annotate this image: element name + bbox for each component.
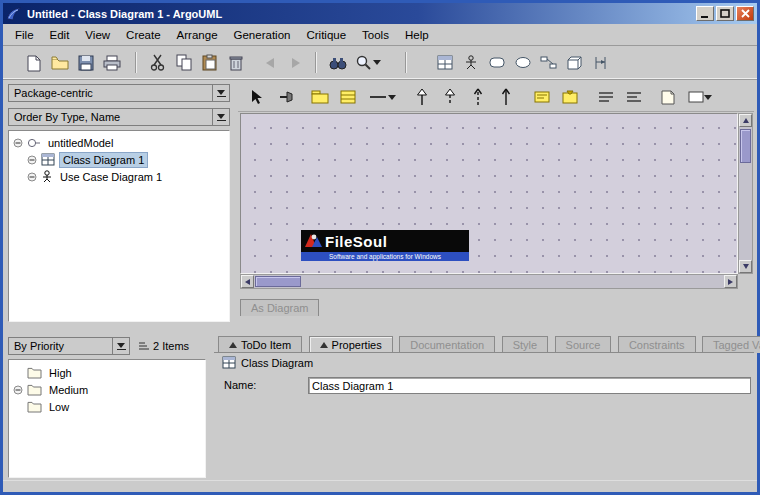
order-combobox[interactable]: Order By Type, Name — [8, 108, 230, 126]
new-comment-button[interactable] — [656, 85, 680, 109]
canvas-horizontal-scrollbar[interactable] — [240, 274, 738, 289]
scroll-up-button[interactable] — [739, 114, 752, 127]
menu-file[interactable]: File — [7, 26, 42, 44]
menu-create[interactable]: Create — [118, 26, 169, 44]
vertical-scroll-thumb[interactable] — [740, 129, 751, 163]
todo-filter-combobox[interactable]: By Priority — [8, 337, 130, 355]
navigate-forward-button[interactable] — [283, 50, 308, 75]
tab-style[interactable]: Style — [502, 336, 548, 353]
class-diagram-icon — [437, 55, 453, 70]
menu-generation[interactable]: Generation — [226, 26, 299, 44]
new-state-diagram-button[interactable] — [484, 50, 509, 75]
scroll-right-button[interactable] — [724, 275, 737, 288]
toggle-operations-button[interactable] — [622, 85, 646, 109]
cut-scissors-icon — [150, 54, 165, 71]
perspective-combobox[interactable]: Package-centric — [8, 84, 230, 102]
new-class-button[interactable] — [336, 85, 360, 109]
zoom-dropdown-button[interactable] — [371, 50, 383, 75]
minimize-button[interactable] — [696, 6, 714, 21]
menu-edit[interactable]: Edit — [42, 26, 78, 44]
app-icon — [6, 6, 22, 22]
copy-icon — [176, 54, 192, 71]
tree-item-label: Class Diagram 1 — [59, 152, 148, 168]
paste-button[interactable] — [197, 50, 222, 75]
scroll-down-icon — [743, 264, 749, 269]
argouml-window: Untitled - Class Diagram 1 - ArgoUML Fil… — [0, 0, 760, 495]
horizontal-splitter[interactable] — [3, 325, 757, 333]
save-disk-icon — [78, 55, 94, 71]
diagram-canvas[interactable]: FileSoul Software and applications for W… — [240, 113, 738, 274]
watermark: FileSoul Software and applications for W… — [301, 230, 469, 261]
as-diagram-tab[interactable]: As Diagram — [240, 299, 319, 316]
delete-button[interactable] — [223, 50, 248, 75]
watermark-title: FileSoul — [325, 233, 387, 250]
find-button[interactable] — [325, 50, 350, 75]
canvas-vertical-scrollbar[interactable] — [738, 113, 753, 274]
class-diagram-icon — [41, 153, 55, 166]
tab-documentation[interactable]: Documentation — [399, 336, 495, 353]
tab-todo-item[interactable]: ToDo Item — [218, 336, 302, 353]
todo-item-high[interactable]: High — [9, 364, 205, 381]
menu-view[interactable]: View — [77, 26, 118, 44]
properties-header-label: Class Diagram — [241, 357, 313, 369]
tab-label: Style — [513, 339, 537, 351]
open-button[interactable] — [47, 50, 72, 75]
name-input[interactable] — [308, 377, 751, 394]
menu-help[interactable]: Help — [397, 26, 437, 44]
tree-item-usecase-diagram[interactable]: Use Case Diagram 1 — [9, 168, 229, 185]
tab-properties[interactable]: Properties — [309, 336, 393, 353]
status-bar — [3, 480, 757, 492]
back-arrow-icon — [264, 57, 276, 69]
todo-item-low[interactable]: Low — [9, 398, 205, 415]
operation-icon — [562, 90, 578, 104]
new-generalization-button[interactable] — [410, 85, 434, 109]
toggle-attributes-button[interactable] — [594, 85, 618, 109]
new-button[interactable] — [21, 50, 46, 75]
tree-item-label: Use Case Diagram 1 — [57, 170, 165, 184]
new-class-diagram-button[interactable] — [432, 50, 457, 75]
tree-item-class-diagram[interactable]: Class Diagram 1 — [9, 151, 229, 168]
new-deployment-diagram-button[interactable] — [562, 50, 587, 75]
tab-label: Tagged Values — [713, 339, 760, 351]
select-tool-button[interactable] — [244, 85, 268, 109]
new-attribute-button[interactable] — [530, 85, 554, 109]
new-sequence-diagram-button[interactable] — [588, 50, 613, 75]
save-button[interactable] — [73, 50, 98, 75]
new-operation-button[interactable] — [558, 85, 582, 109]
broom-tool-button[interactable] — [274, 85, 298, 109]
drawing-shape-dropdown-button[interactable] — [702, 85, 714, 109]
print-icon — [103, 55, 121, 71]
copy-button[interactable] — [171, 50, 196, 75]
scroll-down-button[interactable] — [739, 260, 752, 273]
folder-icon — [27, 401, 42, 413]
tab-arrow-icon — [229, 342, 237, 348]
new-uniassociation-button[interactable] — [494, 85, 518, 109]
new-activity-diagram-button[interactable] — [510, 50, 535, 75]
association-dropdown-button[interactable] — [386, 85, 398, 109]
menu-arrange[interactable]: Arrange — [169, 26, 226, 44]
horizontal-scroll-thumb[interactable] — [255, 276, 301, 287]
tab-source[interactable]: Source — [555, 336, 612, 353]
new-package-button[interactable] — [308, 85, 332, 109]
navigate-back-button[interactable] — [257, 50, 282, 75]
tab-constraints[interactable]: Constraints — [618, 336, 696, 353]
cut-button[interactable] — [145, 50, 170, 75]
new-dependency-button[interactable] — [466, 85, 490, 109]
print-button[interactable] — [99, 50, 124, 75]
new-collaboration-diagram-button[interactable] — [536, 50, 561, 75]
tree-expand-handle-icon — [27, 172, 37, 182]
new-realization-button[interactable] — [438, 85, 462, 109]
tab-tagged-values[interactable]: Tagged Values — [702, 336, 760, 353]
menu-tools[interactable]: Tools — [354, 26, 397, 44]
properties-header: Class Diagram — [222, 356, 313, 369]
class-icon — [340, 90, 356, 104]
new-usecase-diagram-button[interactable] — [458, 50, 483, 75]
maximize-button[interactable] — [716, 6, 734, 21]
titlebar[interactable]: Untitled - Class Diagram 1 - ArgoUML — [3, 3, 757, 24]
combo-arrow-icon — [212, 109, 229, 125]
close-button[interactable] — [736, 6, 754, 21]
todo-item-medium[interactable]: Medium — [9, 381, 205, 398]
tree-item-model[interactable]: untitledModel — [9, 134, 229, 151]
scroll-left-button[interactable] — [241, 275, 254, 288]
menu-critique[interactable]: Critique — [298, 26, 354, 44]
